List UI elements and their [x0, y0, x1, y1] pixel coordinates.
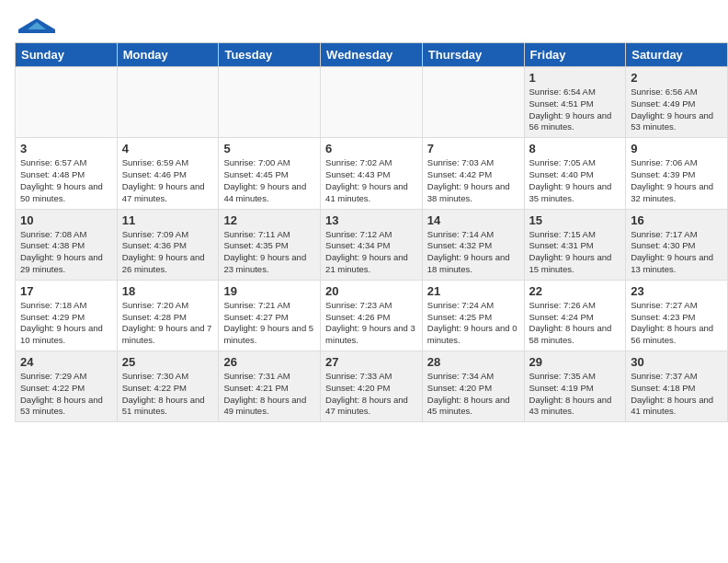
calendar-cell: 18Sunrise: 7:20 AM Sunset: 4:28 PM Dayli…	[117, 280, 219, 350]
calendar-cell: 7Sunrise: 7:03 AM Sunset: 4:42 PM Daylig…	[422, 138, 524, 209]
day-number: 8	[529, 142, 621, 155]
calendar-cell: 24Sunrise: 7:29 AM Sunset: 4:22 PM Dayli…	[16, 351, 118, 422]
day-info: Sunrise: 7:03 AM Sunset: 4:42 PM Dayligh…	[427, 157, 519, 204]
day-number: 29	[529, 355, 621, 369]
calendar-cell: 22Sunrise: 7:26 AM Sunset: 4:24 PM Dayli…	[524, 280, 626, 350]
day-info: Sunrise: 7:37 AM Sunset: 4:18 PM Dayligh…	[631, 371, 722, 418]
calendar-cell: 12Sunrise: 7:11 AM Sunset: 4:35 PM Dayli…	[219, 209, 321, 280]
calendar-table: SundayMondayTuesdayWednesdayThursdayFrid…	[15, 42, 728, 422]
day-number: 10	[20, 213, 112, 227]
col-header-friday: Friday	[524, 43, 626, 67]
day-info: Sunrise: 7:29 AM Sunset: 4:22 PM Dayligh…	[20, 371, 112, 418]
calendar-header-row: SundayMondayTuesdayWednesdayThursdayFrid…	[16, 43, 728, 67]
day-number: 25	[122, 355, 214, 369]
day-info: Sunrise: 6:56 AM Sunset: 4:49 PM Dayligh…	[631, 86, 722, 133]
day-info: Sunrise: 7:02 AM Sunset: 4:43 PM Dayligh…	[325, 157, 417, 204]
day-info: Sunrise: 7:30 AM Sunset: 4:22 PM Dayligh…	[122, 371, 214, 418]
day-info: Sunrise: 7:05 AM Sunset: 4:40 PM Dayligh…	[529, 157, 621, 204]
calendar-cell: 15Sunrise: 7:15 AM Sunset: 4:31 PM Dayli…	[524, 209, 626, 280]
day-info: Sunrise: 7:24 AM Sunset: 4:25 PM Dayligh…	[427, 300, 519, 347]
day-info: Sunrise: 7:14 AM Sunset: 4:32 PM Dayligh…	[427, 229, 519, 276]
calendar-cell: 20Sunrise: 7:23 AM Sunset: 4:26 PM Dayli…	[321, 280, 423, 350]
day-number: 28	[427, 355, 519, 369]
day-number: 27	[325, 355, 417, 369]
calendar-cell: 5Sunrise: 7:00 AM Sunset: 4:45 PM Daylig…	[219, 138, 321, 209]
day-info: Sunrise: 7:17 AM Sunset: 4:30 PM Dayligh…	[631, 229, 722, 276]
calendar-cell: 3Sunrise: 6:57 AM Sunset: 4:48 PM Daylig…	[16, 138, 118, 209]
calendar-cell	[219, 67, 321, 138]
day-number: 30	[631, 355, 722, 369]
calendar-cell: 1Sunrise: 6:54 AM Sunset: 4:51 PM Daylig…	[524, 67, 626, 138]
day-info: Sunrise: 7:21 AM Sunset: 4:27 PM Dayligh…	[223, 300, 315, 347]
col-header-tuesday: Tuesday	[219, 43, 321, 67]
calendar-cell: 13Sunrise: 7:12 AM Sunset: 4:34 PM Dayli…	[321, 209, 423, 280]
day-number: 17	[20, 284, 112, 298]
day-number: 3	[20, 142, 112, 155]
day-info: Sunrise: 7:20 AM Sunset: 4:28 PM Dayligh…	[122, 300, 214, 347]
calendar-cell: 26Sunrise: 7:31 AM Sunset: 4:21 PM Dayli…	[219, 351, 321, 422]
day-info: Sunrise: 7:34 AM Sunset: 4:20 PM Dayligh…	[427, 371, 519, 418]
day-info: Sunrise: 7:26 AM Sunset: 4:24 PM Dayligh…	[529, 300, 621, 347]
day-info: Sunrise: 7:33 AM Sunset: 4:20 PM Dayligh…	[325, 371, 417, 418]
calendar-cell: 2Sunrise: 6:56 AM Sunset: 4:49 PM Daylig…	[626, 67, 728, 138]
calendar-cell: 19Sunrise: 7:21 AM Sunset: 4:27 PM Dayli…	[219, 280, 321, 350]
calendar-week-1: 3Sunrise: 6:57 AM Sunset: 4:48 PM Daylig…	[16, 138, 728, 209]
day-number: 4	[122, 142, 214, 155]
calendar-cell: 4Sunrise: 6:59 AM Sunset: 4:46 PM Daylig…	[117, 138, 219, 209]
calendar-cell: 11Sunrise: 7:09 AM Sunset: 4:36 PM Dayli…	[117, 209, 219, 280]
day-number: 9	[631, 142, 722, 155]
day-info: Sunrise: 7:18 AM Sunset: 4:29 PM Dayligh…	[20, 300, 112, 347]
day-number: 18	[122, 284, 214, 298]
col-header-monday: Monday	[117, 43, 219, 67]
day-info: Sunrise: 6:59 AM Sunset: 4:46 PM Dayligh…	[122, 157, 214, 204]
col-header-wednesday: Wednesday	[321, 43, 423, 67]
calendar-cell: 30Sunrise: 7:37 AM Sunset: 4:18 PM Dayli…	[626, 351, 728, 422]
calendar-week-2: 10Sunrise: 7:08 AM Sunset: 4:38 PM Dayli…	[16, 209, 728, 280]
day-number: 20	[325, 284, 417, 298]
calendar-cell	[321, 67, 423, 138]
day-info: Sunrise: 7:27 AM Sunset: 4:23 PM Dayligh…	[631, 300, 722, 347]
calendar-cell: 28Sunrise: 7:34 AM Sunset: 4:20 PM Dayli…	[422, 351, 524, 422]
calendar-week-4: 24Sunrise: 7:29 AM Sunset: 4:22 PM Dayli…	[16, 351, 728, 422]
day-number: 7	[427, 142, 519, 155]
day-info: Sunrise: 6:57 AM Sunset: 4:48 PM Dayligh…	[20, 157, 112, 204]
day-number: 2	[631, 71, 722, 85]
day-number: 13	[325, 213, 417, 227]
day-info: Sunrise: 7:06 AM Sunset: 4:39 PM Dayligh…	[631, 157, 722, 204]
calendar-cell	[16, 67, 118, 138]
day-number: 26	[223, 355, 315, 369]
calendar-cell: 17Sunrise: 7:18 AM Sunset: 4:29 PM Dayli…	[16, 280, 118, 350]
calendar-cell: 14Sunrise: 7:14 AM Sunset: 4:32 PM Dayli…	[422, 209, 524, 280]
day-number: 19	[223, 284, 315, 298]
calendar-cell: 29Sunrise: 7:35 AM Sunset: 4:19 PM Dayli…	[524, 351, 626, 422]
calendar-cell	[422, 67, 524, 138]
calendar-cell: 27Sunrise: 7:33 AM Sunset: 4:20 PM Dayli…	[321, 351, 423, 422]
calendar-cell: 6Sunrise: 7:02 AM Sunset: 4:43 PM Daylig…	[321, 138, 423, 209]
calendar-cell: 8Sunrise: 7:05 AM Sunset: 4:40 PM Daylig…	[524, 138, 626, 209]
day-number: 22	[529, 284, 621, 298]
day-info: Sunrise: 7:15 AM Sunset: 4:31 PM Dayligh…	[529, 229, 621, 276]
day-info: Sunrise: 7:23 AM Sunset: 4:26 PM Dayligh…	[325, 300, 417, 347]
col-header-sunday: Sunday	[16, 43, 118, 67]
day-number: 12	[223, 213, 315, 227]
day-info: Sunrise: 7:31 AM Sunset: 4:21 PM Dayligh…	[223, 371, 315, 418]
col-header-saturday: Saturday	[626, 43, 728, 67]
calendar-cell: 10Sunrise: 7:08 AM Sunset: 4:38 PM Dayli…	[16, 209, 118, 280]
calendar-cell: 25Sunrise: 7:30 AM Sunset: 4:22 PM Dayli…	[117, 351, 219, 422]
calendar-cell: 9Sunrise: 7:06 AM Sunset: 4:39 PM Daylig…	[626, 138, 728, 209]
day-number: 21	[427, 284, 519, 298]
day-number: 11	[122, 213, 214, 227]
day-number: 24	[20, 355, 112, 369]
day-info: Sunrise: 7:09 AM Sunset: 4:36 PM Dayligh…	[122, 229, 214, 276]
day-info: Sunrise: 6:54 AM Sunset: 4:51 PM Dayligh…	[529, 86, 621, 133]
col-header-thursday: Thursday	[422, 43, 524, 67]
calendar-cell	[117, 67, 219, 138]
calendar-week-0: 1Sunrise: 6:54 AM Sunset: 4:51 PM Daylig…	[16, 67, 728, 138]
day-info: Sunrise: 7:11 AM Sunset: 4:35 PM Dayligh…	[223, 229, 315, 276]
day-number: 6	[325, 142, 417, 155]
calendar-wrapper: SundayMondayTuesdayWednesdayThursdayFrid…	[0, 42, 728, 430]
logo	[18, 17, 55, 33]
calendar-week-3: 17Sunrise: 7:18 AM Sunset: 4:29 PM Dayli…	[16, 280, 728, 350]
day-info: Sunrise: 7:08 AM Sunset: 4:38 PM Dayligh…	[20, 229, 112, 276]
day-number: 15	[529, 213, 621, 227]
